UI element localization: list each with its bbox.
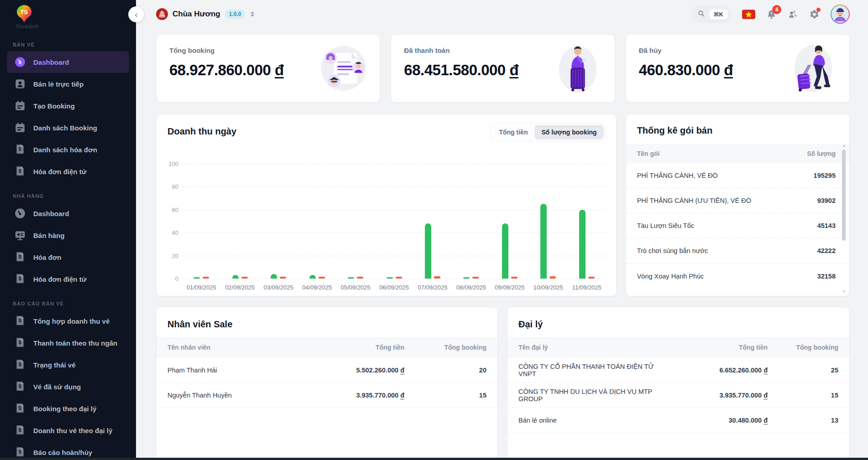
row-amount: 3.935.770.000 đ xyxy=(295,392,404,399)
bar-orange[interactable] xyxy=(511,277,518,279)
sidebar-item-bao-cao-hoan-huy[interactable]: $Báo cáo hoàn/hủy xyxy=(7,441,129,460)
sidebar-item-danh-sach-hoa-on[interactable]: $Danh sách hóa đơn xyxy=(7,139,129,160)
bar-green[interactable] xyxy=(463,277,470,279)
sidebar: TS ThinkSoft BÁN VÉDashboardBán lẻ trực … xyxy=(0,0,136,460)
search-button[interactable]: ⌘K xyxy=(691,5,731,23)
toggle-booking-count[interactable]: Số lượng booking xyxy=(534,125,603,140)
svg-text:$: $ xyxy=(18,146,21,152)
bar-green[interactable] xyxy=(579,210,586,279)
scroll-down-icon[interactable]: ▼ xyxy=(841,289,847,294)
users-button[interactable] xyxy=(788,9,798,20)
bar-green[interactable] xyxy=(232,275,239,279)
bar-green[interactable] xyxy=(348,277,354,279)
sidebar-item-booking-theo-ai-ly[interactable]: $Booking theo đại lý xyxy=(7,398,129,419)
row-name: Phạm Thanh Hải xyxy=(167,367,295,374)
sales-title: Nhân viên Sale xyxy=(157,307,497,337)
bar-orange[interactable] xyxy=(396,277,402,279)
table-row[interactable]: Trò chơi súng bắn nước42222 xyxy=(626,238,849,264)
site-switcher[interactable]: Chùa Hương 1.0.0 xyxy=(156,8,254,20)
user-avatar[interactable] xyxy=(831,5,850,24)
bar-orange[interactable] xyxy=(472,277,479,279)
agents-card: Đại lý Tên đại lý Tổng tiền Tổng booking… xyxy=(507,307,850,460)
svg-text:$: $ xyxy=(18,276,21,281)
table-row[interactable]: CÔNG TY TNHH DU LỊCH VÀ DỊCH VỤ MTP GROU… xyxy=(507,383,849,408)
sidebar-item-danh-sach-booking[interactable]: Danh sách Booking xyxy=(7,117,129,139)
sidebar-item-dashboard[interactable]: Dashboard xyxy=(7,51,129,73)
toggle-total-amount[interactable]: Tổng tiền xyxy=(492,125,534,140)
bar-orange[interactable] xyxy=(588,277,595,279)
table-row[interactable]: Tàu Lượn Siêu Tốc45143 xyxy=(626,213,849,238)
sidebar-item-ban-le-truc-tiep[interactable]: Bán lẻ trực tiếp xyxy=(7,73,129,95)
bar-orange[interactable] xyxy=(280,277,286,279)
sidebar-item-label: Bán hàng xyxy=(33,232,64,239)
language-flag-button[interactable] xyxy=(742,10,755,19)
sidebar-nav: BÁN VÉDashboardBán lẻ trực tiếpTạo Booki… xyxy=(0,37,136,460)
sidebar-item-hoa-on[interactable]: $Hóa đơn xyxy=(7,246,129,268)
bar-orange[interactable] xyxy=(357,277,363,279)
scrollbar-thumb[interactable] xyxy=(842,150,846,241)
sidebar-item-label: Dashboard xyxy=(33,210,69,217)
bar-green[interactable] xyxy=(425,223,431,279)
bottom-row: Nhân viên Sale Tên nhân viên Tổng tiền T… xyxy=(156,307,850,460)
table-row[interactable]: Bán lẻ online30.480.000 đ13 xyxy=(507,408,849,433)
table-row[interactable]: Nguyễn Thanh Huyền3.935.770.000 đ15 xyxy=(157,383,497,408)
table-row[interactable]: Vòng Xoay Hạnh Phúc32158 xyxy=(626,264,849,289)
bar-green[interactable] xyxy=(309,275,316,279)
table-row[interactable]: CÔNG TY CỔ PHẦN THANH TOÁN ĐIỆN TỬ VNPT6… xyxy=(507,358,849,383)
x-axis-label: 11/09/2025 xyxy=(568,284,606,291)
svg-text:$: $ xyxy=(18,362,21,367)
svg-text:TS: TS xyxy=(21,9,28,16)
svg-text:$: $ xyxy=(18,449,21,455)
sidebar-item-thanh-toan-theo-thu-ngan[interactable]: $Thanh toán theo thu ngân xyxy=(7,332,129,354)
row-amount: 3.935.770.000 đ xyxy=(658,392,768,399)
bar-orange[interactable] xyxy=(549,276,556,279)
sidebar-item-tao-booking[interactable]: Tạo Booking xyxy=(7,95,129,117)
receipt-icon: $ xyxy=(14,359,26,371)
vietnam-flag-icon xyxy=(742,10,755,19)
row-amount: 5.502.260.000 đ xyxy=(295,367,404,374)
sidebar-item-ve-a-su-dung[interactable]: $Vé đã sử dụng xyxy=(7,376,129,398)
row-amount: 30.480.000 đ xyxy=(658,417,768,424)
receipt-icon: $ xyxy=(14,424,26,436)
bar-green[interactable] xyxy=(540,204,547,279)
search-shortcut: ⌘K xyxy=(709,9,728,20)
bar-orange[interactable] xyxy=(319,277,325,279)
col-agent-name: Tên đại lý xyxy=(518,344,658,351)
sidebar-item-ban-hang[interactable]: Bán hàng xyxy=(7,224,129,246)
bar-orange[interactable] xyxy=(203,277,209,279)
bar-green[interactable] xyxy=(502,223,508,279)
bar-orange[interactable] xyxy=(434,276,440,279)
receipt-icon: $ xyxy=(14,381,26,393)
gauge-icon xyxy=(14,207,26,219)
table-row[interactable]: PHÍ THẮNG CẢNH (ƯU TIÊN), VÉ ĐÒ93902 xyxy=(626,188,849,213)
sidebar-item-label: Hóa đơn xyxy=(33,253,62,261)
receipt-icon: $ xyxy=(14,446,26,458)
sidebar-item-doanh-thu-ve-theo-ai-ly[interactable]: $Doanh thu vé theo đại lý xyxy=(7,419,129,441)
bar-green[interactable] xyxy=(271,274,277,279)
package-qty: 45143 xyxy=(817,222,836,229)
sidebar-item-tong-hop-doanh-thu-ve[interactable]: $Tổng hợp doanh thu vé xyxy=(7,310,129,332)
horizontal-scrollbar[interactable] xyxy=(0,458,868,460)
table-row[interactable]: PHÍ THẮNG CẢNH, VÉ ĐÒ195295 xyxy=(626,163,849,188)
bar-green[interactable] xyxy=(193,277,200,279)
packages-scrollbar[interactable]: ▲ ▼ xyxy=(841,144,847,294)
svg-text:$: $ xyxy=(18,254,21,259)
user-icon xyxy=(14,78,26,90)
sidebar-item-trang-thai-ve[interactable]: $Trạng thái vé xyxy=(7,354,129,376)
sidebar-item-label: Thanh toán theo thu ngân xyxy=(33,339,117,347)
row-name: CÔNG TY TNHH DU LỊCH VÀ DỊCH VỤ MTP GROU… xyxy=(518,388,658,403)
y-axis-tick: 0 xyxy=(159,275,178,282)
sidebar-item-dashboard[interactable]: Dashboard xyxy=(7,202,129,224)
sidebar-item-hoa-on-ien-tu[interactable]: $Hóa đơn điện tử xyxy=(7,160,129,182)
table-row[interactable]: Phạm Thanh Hải5.502.260.000 đ20 xyxy=(157,358,497,383)
sidebar-item-hoa-on-ien-tu[interactable]: $Hóa đơn điện tử xyxy=(7,268,129,290)
package-qty: 93902 xyxy=(817,197,836,204)
settings-button[interactable] xyxy=(809,9,820,20)
scroll-up-icon[interactable]: ▲ xyxy=(841,144,847,148)
package-name: Trò chơi súng bắn nước xyxy=(637,247,708,254)
notifications-button[interactable]: 4 xyxy=(766,9,777,20)
bar-orange[interactable] xyxy=(241,277,248,279)
bar-green[interactable] xyxy=(387,277,393,279)
sidebar-collapse-button[interactable]: ‹ xyxy=(128,6,144,22)
sidebar-item-label: Danh sách hóa đơn xyxy=(33,146,97,154)
